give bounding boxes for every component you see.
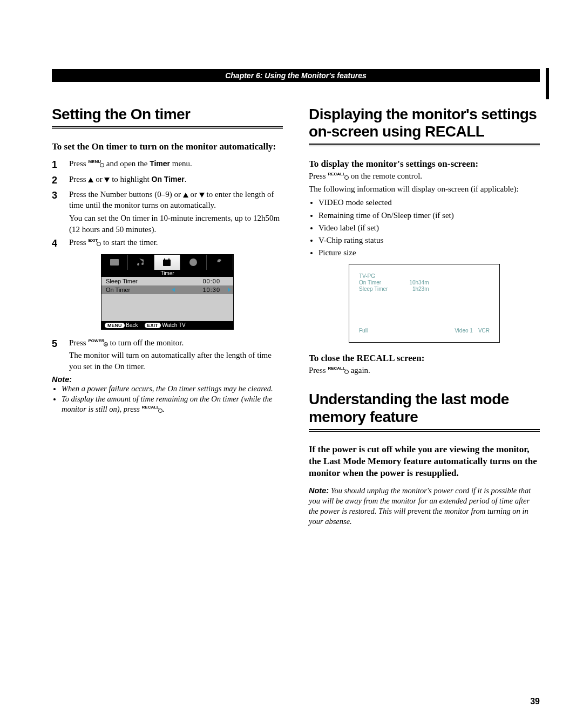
note-item: To display the amount of time remaining …	[62, 394, 283, 414]
note-text: You should unplug the monitor's power co…	[309, 486, 531, 526]
list-item: Picture size	[318, 247, 540, 259]
svg-rect-4	[163, 261, 171, 262]
note-list: When a power failure occurs, the On time…	[52, 384, 283, 414]
osd-footer-pill: EXIT	[145, 323, 161, 328]
title-rule	[52, 126, 283, 129]
list-item: V-Chip rating status	[318, 234, 540, 247]
step-text: and open the	[104, 159, 150, 168]
step-4: 4 Press EXIT to start the timer.	[52, 237, 283, 250]
osd-tabs	[101, 255, 233, 270]
section-title-on-timer: Setting the On timer	[52, 106, 283, 123]
recall-value: Video 1	[455, 328, 473, 334]
step-5: 5 Press POWER to turn off the monitor. T…	[52, 337, 283, 372]
step-text: Press	[69, 175, 88, 183]
section-title-recall: Displaying the monitor's settings on-scr…	[309, 106, 540, 140]
power-button-label: POWER	[88, 338, 104, 343]
osd-row-label: On Timer	[106, 287, 130, 293]
step-3: 3 Press the Number buttons (0–9) or or t…	[52, 189, 283, 235]
note-label: Note:	[309, 486, 329, 495]
step-text: You can set the On timer in 10-minute in…	[69, 214, 280, 233]
osd-subtitle: Timer	[101, 270, 233, 277]
osd-row-value: 00:00	[202, 278, 229, 284]
page-edge-marker	[546, 68, 549, 99]
step-text: Press the Number buttons (0–9) or	[69, 190, 183, 199]
svg-rect-3	[168, 258, 170, 260]
step-text: menu.	[170, 159, 192, 168]
on-timer-subhead: To set the On timer to turn on the monit…	[52, 141, 283, 153]
step-number: 4	[52, 237, 62, 250]
menu-button-label: MENU	[88, 159, 101, 164]
osd-row-label: Sleep Timer	[106, 278, 138, 284]
button-circle-icon	[97, 242, 101, 246]
info-bullet-list: VIDEO mode selected Remaining time of On…	[309, 196, 540, 259]
step-text: to start the timer.	[101, 238, 158, 247]
step-text: or	[93, 175, 104, 183]
svg-rect-1	[163, 260, 171, 266]
osd-footer: MENU Back EXIT Watch TV	[101, 321, 233, 329]
button-circle-icon	[344, 370, 349, 374]
recall-label: Full	[359, 328, 368, 334]
button-circle-icon	[100, 163, 104, 167]
right-column: Displaying the monitor's settings on-scr…	[309, 106, 540, 526]
recall-label: On Timer	[359, 280, 388, 286]
text: Press	[309, 366, 328, 375]
text: again.	[349, 366, 370, 375]
osd-tab-setup-icon	[180, 255, 207, 270]
list-item: Video label (if set)	[318, 222, 540, 234]
step-number: 1	[52, 158, 62, 171]
osd-footer-label: Watch TV	[162, 322, 185, 328]
note-heading: Note:	[52, 375, 283, 384]
osd-row-value: 10:30	[202, 287, 229, 293]
close-recall-subhead: To close the RECALL screen:	[309, 352, 540, 364]
arrow-up-icon	[88, 178, 93, 182]
list-item: VIDEO mode selected	[318, 196, 540, 209]
step-text: or	[188, 190, 199, 199]
recall-value: 1h23m	[409, 286, 429, 292]
step-2: 2 Press or to highlight On Timer.	[52, 174, 283, 187]
text: Press	[309, 172, 328, 180]
svg-rect-2	[164, 258, 165, 260]
osd-tab-lock-icon	[207, 255, 233, 270]
note-item: When a power failure occurs, the On time…	[62, 384, 283, 394]
triangle-right-icon	[228, 288, 231, 292]
left-column: Setting the On timer To set the On timer…	[52, 106, 283, 526]
step-text: Press	[69, 338, 88, 347]
note-text: To display the amount of time remaining …	[62, 394, 272, 413]
osd-tab-timer-icon	[154, 255, 181, 270]
arrow-down-icon	[199, 193, 205, 198]
recall-button-label: RECALL	[142, 405, 159, 410]
svg-point-5	[189, 258, 197, 266]
following-info-text: The following information will display o…	[309, 184, 540, 195]
step-text: to turn off the monitor.	[108, 338, 184, 347]
button-circle-icon	[344, 175, 349, 180]
recall-value: 10h34m	[409, 280, 429, 286]
button-circle-icon	[158, 409, 162, 413]
arrow-up-icon	[183, 193, 188, 198]
recall-value: VCR	[478, 328, 490, 334]
section-title-last-mode: Understanding the last mode memory featu…	[309, 391, 540, 425]
step-text: Press	[69, 238, 88, 247]
step-number: 3	[52, 189, 62, 235]
last-mode-para: If the power is cut off while you are vi…	[309, 444, 540, 479]
list-item: Remaining time of On/Sleep timer (if set…	[318, 209, 540, 222]
title-rule	[309, 144, 540, 146]
osd-tab-picture-icon	[101, 255, 128, 270]
press-recall-line: Press RECALL on the remote control.	[309, 171, 540, 182]
arrow-down-icon	[104, 178, 110, 182]
step-text: The monitor will turn on automatically a…	[69, 351, 272, 370]
step-1: 1 Press MENU and open the Timer menu.	[52, 158, 283, 171]
title-rule	[309, 429, 540, 432]
recall-subhead: To display the monitor's settings on-scr…	[309, 158, 540, 170]
step-text: to highlight	[110, 175, 151, 183]
button-circle-icon	[104, 342, 108, 346]
step-text: .	[185, 175, 187, 183]
step-text: Press	[69, 159, 88, 168]
recall-label: Sleep Timer	[359, 286, 388, 292]
osd-row-sleep-timer: Sleep Timer 00:00	[101, 277, 233, 285]
osd-row-on-timer: On Timer 10:30	[101, 285, 233, 294]
note-text: .	[162, 405, 165, 413]
osd-footer-label: Back	[126, 322, 138, 328]
text: on the remote control.	[349, 172, 422, 180]
svg-rect-0	[110, 259, 119, 266]
exit-button-label: EXIT	[88, 238, 98, 243]
